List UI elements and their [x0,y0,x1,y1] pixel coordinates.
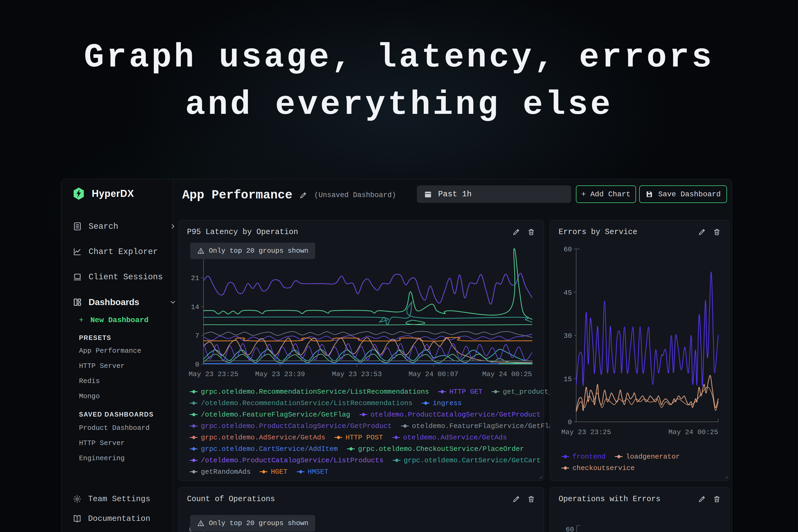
delete-chart-icon[interactable] [713,495,721,503]
legend-diamond-icon [395,458,399,462]
legend-item[interactable]: HTTP POST [334,434,383,441]
delete-chart-icon[interactable] [527,228,535,236]
legend-row: grpc.oteldemo.RecommendationService/List… [190,386,535,397]
legend-item[interactable]: grpc.oteldemo.CheckoutService/PlaceOrder [347,445,524,453]
laptop-icon [73,272,82,282]
sidebar-item-dashboards[interactable]: Dashboards [73,296,139,308]
legend-diamond-icon [337,435,341,440]
add-chart-label: + Add Chart [582,190,631,198]
legend-diamond-icon [192,435,196,440]
legend-item[interactable]: /oteldemo.ProductCatalogService/ListProd… [190,456,384,464]
page-title: App Performance [182,188,292,202]
book-icon [73,514,82,523]
legend-item[interactable]: HMSET [297,468,328,476]
sidebar-preset-app-performance[interactable]: App Performance [79,345,141,356]
legend-item[interactable]: getRandomAds [190,468,251,476]
p95-legend: grpc.oteldemo.RecommendationService/List… [190,386,535,477]
warning-icon [197,247,205,254]
legend-marker-icon [334,437,342,438]
legend-item[interactable]: frontend [561,453,606,461]
legend-label: checkoutservice [572,464,635,472]
logo[interactable]: HyperDX [73,187,134,200]
legend-row: /oteldemo.ProductCatalogService/ListProd… [190,455,535,466]
svg-text:0: 0 [195,361,199,369]
sidebar-preset-redis[interactable]: Redis [79,376,100,386]
legend-marker-icon [190,449,198,449]
main-content: App Performance (Unsaved Dashboard) Past… [173,179,732,532]
legend-item[interactable]: grpc.oteldemo.AdService/GetAds [190,434,325,441]
hero-line-2: and everything else [0,81,798,129]
time-range-value: Past 1h [438,190,472,199]
svg-text:15: 15 [564,375,572,383]
sidebar-saved-engineering[interactable]: Engineering [79,453,125,464]
legend-row: /oteldemo.FeatureFlagService/GetFlagotel… [190,409,535,420]
legend-item[interactable]: HGET [260,468,287,476]
svg-text:May 23 23:25: May 23 23:25 [561,428,611,436]
sidebar-saved-http-server[interactable]: HTTP Server [79,438,125,449]
resize-handle-icon[interactable] [723,475,728,479]
legend-item[interactable]: grpc.oteldemo.ProductCatalogService/GetP… [190,422,392,430]
legend-row: /oteldemo.RecommendationService/ListReco… [190,397,535,409]
legend-diamond-icon [403,424,407,428]
edit-chart-icon[interactable] [512,228,520,236]
sidebar-item-team-settings[interactable]: Team Settings [73,493,150,505]
sidebar-preset-http-server[interactable]: HTTP Server [79,361,125,371]
legend-item[interactable]: /oteldemo.RecommendationService/ListReco… [190,399,413,407]
legend-item[interactable]: oteldemo.ProductCatalogService/GetProduc… [359,411,541,419]
legend-item[interactable]: oteldemo.FeatureFlagService/GetFlag [401,422,557,430]
legend-item[interactable]: loadgenerator [615,453,680,461]
edit-chart-icon[interactable] [698,495,706,503]
legend-item[interactable]: oteldemo.AdService/GetAds [392,434,507,441]
legend-label: loadgenerator [626,453,680,461]
legend-marker-icon [359,414,367,415]
warning-icon [197,519,205,527]
sidebar: HyperDX Search Chart Explorer Client Ses… [61,179,173,532]
save-dashboard-button[interactable]: Save Dashboard [639,185,727,203]
logo-text: HyperDX [92,188,134,199]
delete-chart-icon[interactable] [527,495,535,503]
legend-item[interactable]: grpc.oteldemo.CartService/AddItem [190,445,338,453]
sidebar-item-search[interactable]: Search [73,220,118,232]
new-dashboard-button[interactable]: + New Dashboard [79,314,148,326]
legend-item[interactable]: checkoutservice [561,464,635,472]
edit-chart-icon[interactable] [698,228,706,236]
legend-marker-icon [190,471,198,472]
legend-label: HTTP POST [345,434,383,441]
legend-item[interactable]: grpc.oteldemo.CartService/GetCart [393,456,541,464]
svg-text:May 23 23:39: May 23 23:39 [255,370,305,378]
resize-handle-icon[interactable] [538,475,542,479]
edit-chart-icon[interactable] [512,495,520,503]
add-chart-button[interactable]: + Add Chart [576,185,636,203]
legend-diamond-icon [262,470,266,474]
sidebar-preset-mongo[interactable]: Mongo [79,391,100,402]
sidebar-item-label: Dashboards [89,297,139,307]
time-range-picker[interactable]: Past 1h [417,185,571,203]
legend-diamond-icon [423,401,428,405]
sidebar-item-label: Team Settings [88,494,150,504]
legend-item[interactable]: /oteldemo.FeatureFlagService/GetFlag [190,411,350,419]
legend-item[interactable]: grpc.oteldemo.RecommendationService/List… [190,388,429,396]
edit-title-icon[interactable] [299,191,307,199]
card-title: Operations with Errors [558,495,661,504]
legend-label: ingress [433,399,462,407]
sidebar-saved-product-dashboard[interactable]: Product Dashboard [79,423,150,433]
sidebar-item-chart-explorer[interactable]: Chart Explorer [73,246,158,258]
legend-item[interactable]: HTTP GET [438,388,482,396]
legend-diamond-icon [192,424,196,428]
legend-row: frontendloadgenerator [561,451,721,462]
sidebar-item-client-sessions[interactable]: Client Sessions [73,271,163,283]
calendar-icon [424,190,432,198]
save-dashboard-label: Save Dashboard [658,190,721,198]
legend-marker-icon [392,437,400,438]
svg-text:60: 60 [564,246,572,253]
legend-diamond-icon [564,466,568,470]
svg-text:May 24 00:25: May 24 00:25 [668,428,718,436]
sidebar-item-documentation[interactable]: Documentation [73,513,150,525]
legend-label: HGET [271,468,287,476]
plus-icon: + [79,316,83,324]
legend-item[interactable]: ingress [422,399,462,407]
delete-chart-icon[interactable] [713,228,721,236]
new-dashboard-label: New Dashboard [91,316,148,324]
legend-label: getRandomAds [201,468,251,476]
legend-row: getRandomAdsHGETHMSET [190,466,535,477]
